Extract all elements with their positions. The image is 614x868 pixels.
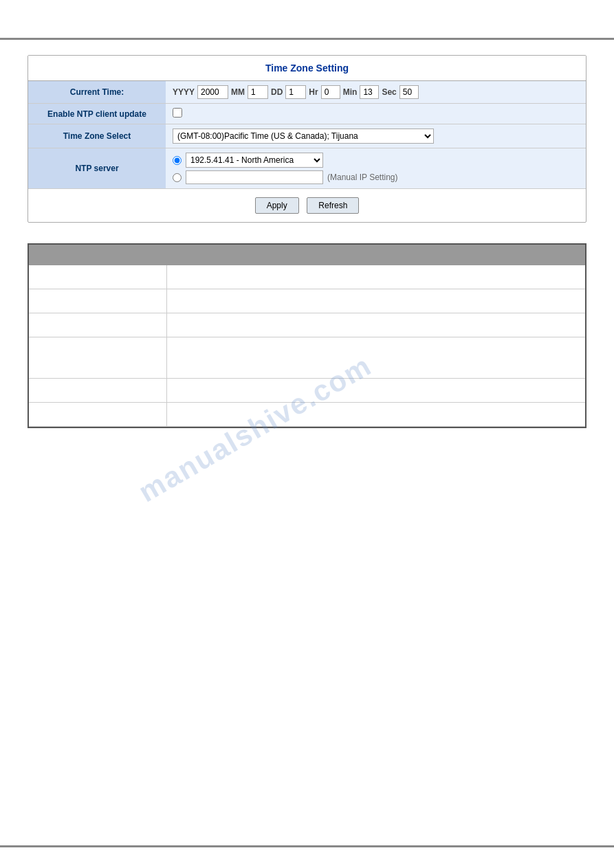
table-row — [29, 313, 585, 337]
refresh-button[interactable]: Refresh — [307, 197, 359, 214]
row4-col2 — [166, 337, 585, 379]
row5-col1 — [29, 379, 166, 403]
ntp-server-value: 192.5.41.41 - North America (Manual IP S… — [166, 148, 586, 189]
current-time-label: Current Time: — [28, 81, 166, 104]
table-row — [29, 337, 585, 379]
ntp-checkbox[interactable] — [173, 108, 182, 118]
row2-col2 — [166, 289, 585, 313]
ntp-server-label: NTP server — [28, 148, 166, 189]
timezone-select[interactable]: (GMT-08:00)Pacific Time (US & Canada); T… — [173, 129, 434, 144]
min-label: Min — [343, 87, 358, 97]
current-time-row: Current Time: YYYY MM DD Hr Min — [28, 81, 586, 104]
mm-input[interactable] — [248, 85, 268, 99]
table-row — [29, 379, 585, 403]
info-table — [29, 245, 585, 427]
hr-label: Hr — [309, 87, 318, 97]
timezone-select-row: Time Zone Select (GMT-08:00)Pacific Time… — [28, 124, 586, 148]
col2-header — [166, 245, 585, 265]
ntp-radio-2[interactable] — [173, 173, 182, 182]
ntp-radio-1[interactable] — [173, 156, 182, 165]
ntp-server-select[interactable]: 192.5.41.41 - North America — [186, 153, 323, 168]
ntp-enable-label: Enable NTP client update — [28, 104, 166, 124]
sec-label: Sec — [382, 87, 396, 97]
col1-header — [29, 245, 166, 265]
current-time-value: YYYY MM DD Hr Min Sec — [166, 81, 586, 104]
row1-col2 — [166, 265, 585, 289]
ntp-manual-input[interactable] — [186, 170, 323, 184]
row6-col2 — [166, 403, 585, 427]
timezone-panel: Time Zone Setting Current Time: YYYY MM … — [28, 55, 586, 223]
mm-label: MM — [231, 87, 245, 97]
ntp-manual-label: (Manual IP Setting) — [327, 173, 398, 182]
info-table-container — [28, 243, 586, 428]
table-row — [29, 289, 585, 313]
timezone-select-label: Time Zone Select — [28, 124, 166, 148]
table-header-row — [29, 245, 585, 265]
row3-col2 — [166, 313, 585, 337]
apply-button[interactable]: Apply — [255, 197, 299, 214]
row4-col1 — [29, 337, 166, 379]
hr-input[interactable] — [321, 85, 340, 99]
ntp-option2: (Manual IP Setting) — [173, 170, 579, 184]
timezone-table: Current Time: YYYY MM DD Hr Min — [28, 81, 586, 189]
panel-title: Time Zone Setting — [28, 56, 586, 81]
ntp-enable-value — [166, 104, 586, 124]
row5-col2 — [166, 379, 585, 403]
button-row: Apply Refresh — [28, 189, 586, 222]
ntp-server-row: NTP server 192.5.41.41 - North America — [28, 148, 586, 189]
sec-input[interactable] — [399, 85, 419, 99]
yyyy-input[interactable] — [197, 85, 228, 99]
row1-col1 — [29, 265, 166, 289]
min-input[interactable] — [360, 85, 379, 99]
dd-label: DD — [271, 87, 283, 97]
table-row — [29, 403, 585, 427]
ntp-enable-row: Enable NTP client update — [28, 104, 586, 124]
row2-col1 — [29, 289, 166, 313]
dd-input[interactable] — [285, 85, 306, 99]
table-row — [29, 265, 585, 289]
row3-col1 — [29, 313, 166, 337]
row6-col1 — [29, 403, 166, 427]
yyyy-label: YYYY — [173, 87, 195, 97]
timezone-select-value: (GMT-08:00)Pacific Time (US & Canada); T… — [166, 124, 586, 148]
ntp-option1: 192.5.41.41 - North America — [173, 153, 579, 168]
